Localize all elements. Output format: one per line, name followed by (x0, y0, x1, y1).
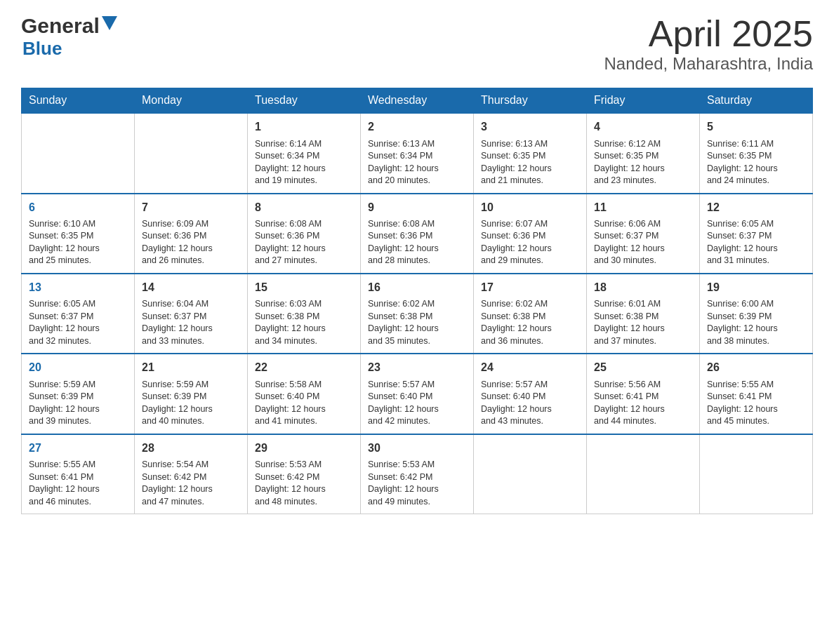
day-info: Sunrise: 6:09 AMSunset: 6:36 PMDaylight:… (142, 218, 240, 267)
day-number: 17 (481, 280, 579, 295)
weekday-header-monday: Monday (135, 88, 248, 114)
calendar-cell: 17Sunrise: 6:02 AMSunset: 6:38 PMDayligh… (474, 274, 587, 354)
calendar-cell: 19Sunrise: 6:00 AMSunset: 6:39 PMDayligh… (700, 274, 813, 354)
day-number: 14 (142, 280, 240, 295)
logo: General Blue (21, 14, 117, 60)
week-row-4: 20Sunrise: 5:59 AMSunset: 6:39 PMDayligh… (22, 354, 813, 434)
week-row-2: 6Sunrise: 6:10 AMSunset: 6:35 PMDaylight… (22, 194, 813, 274)
day-info: Sunrise: 5:57 AMSunset: 6:40 PMDaylight:… (481, 379, 579, 428)
calendar-cell: 29Sunrise: 5:53 AMSunset: 6:42 PMDayligh… (248, 434, 361, 514)
calendar-cell: 14Sunrise: 6:04 AMSunset: 6:37 PMDayligh… (135, 274, 248, 354)
calendar-cell: 7Sunrise: 6:09 AMSunset: 6:36 PMDaylight… (135, 194, 248, 274)
calendar-cell: 8Sunrise: 6:08 AMSunset: 6:36 PMDaylight… (248, 194, 361, 274)
calendar-title: April 2025 (604, 14, 813, 54)
calendar-cell: 30Sunrise: 5:53 AMSunset: 6:42 PMDayligh… (361, 434, 474, 514)
weekday-header-saturday: Saturday (700, 88, 813, 114)
calendar-cell: 20Sunrise: 5:59 AMSunset: 6:39 PMDayligh… (22, 354, 135, 434)
calendar-cell: 10Sunrise: 6:07 AMSunset: 6:36 PMDayligh… (474, 194, 587, 274)
day-info: Sunrise: 6:00 AMSunset: 6:39 PMDaylight:… (707, 298, 805, 347)
page-header: General Blue April 2025 Nanded, Maharash… (21, 14, 813, 74)
day-number: 10 (481, 200, 579, 215)
day-number: 7 (142, 200, 240, 215)
day-info: Sunrise: 6:10 AMSunset: 6:35 PMDaylight:… (29, 218, 127, 267)
day-number: 26 (707, 360, 805, 375)
calendar-cell: 3Sunrise: 6:13 AMSunset: 6:35 PMDaylight… (474, 113, 587, 193)
weekday-header-thursday: Thursday (474, 88, 587, 114)
day-number: 29 (255, 441, 353, 456)
day-info: Sunrise: 5:59 AMSunset: 6:39 PMDaylight:… (142, 379, 240, 428)
week-row-5: 27Sunrise: 5:55 AMSunset: 6:41 PMDayligh… (22, 434, 813, 514)
calendar-location: Nanded, Maharashtra, India (604, 54, 813, 74)
day-number: 15 (255, 280, 353, 295)
day-number: 3 (481, 119, 579, 135)
weekday-header-friday: Friday (587, 88, 700, 114)
day-number: 8 (255, 200, 353, 215)
day-info: Sunrise: 6:03 AMSunset: 6:38 PMDaylight:… (255, 298, 353, 347)
day-info: Sunrise: 6:13 AMSunset: 6:34 PMDaylight:… (368, 138, 466, 187)
calendar-cell: 6Sunrise: 6:10 AMSunset: 6:35 PMDaylight… (22, 194, 135, 274)
day-info: Sunrise: 6:08 AMSunset: 6:36 PMDaylight:… (368, 218, 466, 267)
day-info: Sunrise: 5:55 AMSunset: 6:41 PMDaylight:… (707, 379, 805, 428)
day-info: Sunrise: 6:12 AMSunset: 6:35 PMDaylight:… (594, 138, 692, 187)
calendar-cell: 16Sunrise: 6:02 AMSunset: 6:38 PMDayligh… (361, 274, 474, 354)
day-info: Sunrise: 6:04 AMSunset: 6:37 PMDaylight:… (142, 298, 240, 347)
day-info: Sunrise: 6:07 AMSunset: 6:36 PMDaylight:… (481, 218, 579, 267)
calendar-cell (587, 434, 700, 514)
day-info: Sunrise: 5:59 AMSunset: 6:39 PMDaylight:… (29, 379, 127, 428)
day-info: Sunrise: 5:53 AMSunset: 6:42 PMDaylight:… (255, 459, 353, 508)
day-number: 23 (368, 360, 466, 375)
calendar-cell: 15Sunrise: 6:03 AMSunset: 6:38 PMDayligh… (248, 274, 361, 354)
day-info: Sunrise: 6:02 AMSunset: 6:38 PMDaylight:… (481, 298, 579, 347)
day-info: Sunrise: 6:08 AMSunset: 6:36 PMDaylight:… (255, 218, 353, 267)
day-number: 24 (481, 360, 579, 375)
day-number: 19 (707, 280, 805, 295)
day-number: 20 (29, 360, 127, 375)
calendar-cell: 25Sunrise: 5:56 AMSunset: 6:41 PMDayligh… (587, 354, 700, 434)
weekday-header-sunday: Sunday (22, 88, 135, 114)
day-number: 5 (707, 119, 805, 135)
calendar-cell: 9Sunrise: 6:08 AMSunset: 6:36 PMDaylight… (361, 194, 474, 274)
day-info: Sunrise: 6:02 AMSunset: 6:38 PMDaylight:… (368, 298, 466, 347)
day-info: Sunrise: 5:56 AMSunset: 6:41 PMDaylight:… (594, 379, 692, 428)
logo-blue-text: Blue (22, 38, 62, 59)
calendar-cell: 13Sunrise: 6:05 AMSunset: 6:37 PMDayligh… (22, 274, 135, 354)
svg-marker-0 (102, 16, 117, 30)
calendar-cell: 5Sunrise: 6:11 AMSunset: 6:35 PMDaylight… (700, 113, 813, 193)
calendar-cell: 27Sunrise: 5:55 AMSunset: 6:41 PMDayligh… (22, 434, 135, 514)
calendar-cell: 23Sunrise: 5:57 AMSunset: 6:40 PMDayligh… (361, 354, 474, 434)
day-number: 9 (368, 200, 466, 215)
day-number: 25 (594, 360, 692, 375)
day-number: 30 (368, 441, 466, 456)
day-info: Sunrise: 6:14 AMSunset: 6:34 PMDaylight:… (255, 138, 353, 187)
calendar-cell (135, 113, 248, 193)
day-number: 21 (142, 360, 240, 375)
weekday-header-tuesday: Tuesday (248, 88, 361, 114)
calendar-cell (700, 434, 813, 514)
day-info: Sunrise: 6:11 AMSunset: 6:35 PMDaylight:… (707, 138, 805, 187)
calendar-cell: 21Sunrise: 5:59 AMSunset: 6:39 PMDayligh… (135, 354, 248, 434)
calendar-cell: 12Sunrise: 6:05 AMSunset: 6:37 PMDayligh… (700, 194, 813, 274)
day-number: 22 (255, 360, 353, 375)
calendar-cell (22, 113, 135, 193)
day-info: Sunrise: 5:58 AMSunset: 6:40 PMDaylight:… (255, 379, 353, 428)
calendar-cell: 24Sunrise: 5:57 AMSunset: 6:40 PMDayligh… (474, 354, 587, 434)
logo-general-text: General (21, 14, 100, 38)
calendar-cell: 28Sunrise: 5:54 AMSunset: 6:42 PMDayligh… (135, 434, 248, 514)
day-number: 28 (142, 441, 240, 456)
calendar-cell: 2Sunrise: 6:13 AMSunset: 6:34 PMDaylight… (361, 113, 474, 193)
week-row-1: 1Sunrise: 6:14 AMSunset: 6:34 PMDaylight… (22, 113, 813, 193)
day-info: Sunrise: 5:55 AMSunset: 6:41 PMDaylight:… (29, 459, 127, 508)
day-info: Sunrise: 6:05 AMSunset: 6:37 PMDaylight:… (29, 298, 127, 347)
day-number: 1 (255, 119, 353, 135)
day-number: 18 (594, 280, 692, 295)
calendar-cell: 26Sunrise: 5:55 AMSunset: 6:41 PMDayligh… (700, 354, 813, 434)
day-info: Sunrise: 6:13 AMSunset: 6:35 PMDaylight:… (481, 138, 579, 187)
day-info: Sunrise: 6:01 AMSunset: 6:38 PMDaylight:… (594, 298, 692, 347)
day-number: 12 (707, 200, 805, 215)
calendar-cell: 1Sunrise: 6:14 AMSunset: 6:34 PMDaylight… (248, 113, 361, 193)
calendar-cell: 18Sunrise: 6:01 AMSunset: 6:38 PMDayligh… (587, 274, 700, 354)
title-block: April 2025 Nanded, Maharashtra, India (604, 14, 813, 74)
day-number: 27 (29, 441, 127, 456)
calendar-cell: 4Sunrise: 6:12 AMSunset: 6:35 PMDaylight… (587, 113, 700, 193)
day-info: Sunrise: 5:57 AMSunset: 6:40 PMDaylight:… (368, 379, 466, 428)
